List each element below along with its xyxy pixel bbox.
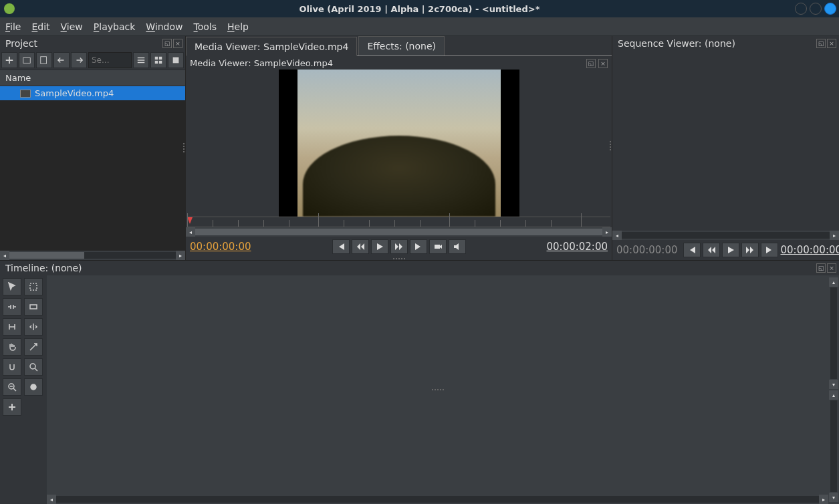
svg-rect-4 xyxy=(155,61,158,64)
playhead-icon[interactable] xyxy=(187,217,193,224)
search-input[interactable] xyxy=(88,52,132,68)
zoom-tool[interactable] xyxy=(24,358,43,376)
scroll-up-icon[interactable]: ▴ xyxy=(829,390,838,400)
svg-rect-6 xyxy=(173,57,179,64)
viewer-hscroll[interactable]: ◂ ▸ xyxy=(186,227,612,237)
scroll-right-icon[interactable]: ▸ xyxy=(830,231,839,240)
go-start-button[interactable] xyxy=(683,243,701,257)
menu-window[interactable]: Window xyxy=(146,21,183,32)
timecode-current[interactable]: 00:00:00:00 xyxy=(190,241,251,253)
timeline-vscroll-upper[interactable]: ▴ ▾ ▴ ▾ xyxy=(828,275,839,504)
project-title: Project xyxy=(5,38,37,49)
scroll-right-icon[interactable]: ▸ xyxy=(819,495,828,504)
svg-rect-1 xyxy=(41,57,47,64)
timecode-duration: 00:00:02:00 xyxy=(546,241,608,253)
tab-effects[interactable]: Effects: (none) xyxy=(358,36,445,55)
slide-tool[interactable] xyxy=(24,318,43,336)
new-item-button[interactable] xyxy=(1,52,17,68)
rewind-button[interactable] xyxy=(352,239,369,254)
menubar: File Edit View Playback Window Tools Hel… xyxy=(0,17,839,36)
scroll-left-icon[interactable]: ◂ xyxy=(47,495,56,504)
rolling-tool[interactable] xyxy=(24,298,43,316)
icon-view-button[interactable] xyxy=(168,52,184,68)
hand-tool[interactable] xyxy=(3,338,21,356)
timeline-tracks[interactable]: ◂ ▸ xyxy=(47,275,828,504)
scroll-left-icon[interactable]: ◂ xyxy=(186,227,195,237)
sequence-transport: 00:00:00:00 00:00:00:00 xyxy=(612,240,839,260)
scroll-left-icon[interactable]: ◂ xyxy=(0,251,9,260)
close-panel-icon[interactable]: ⨯ xyxy=(827,39,836,48)
new-folder-button[interactable] xyxy=(19,52,35,68)
svg-point-12 xyxy=(31,384,36,390)
fast-forward-button[interactable] xyxy=(741,243,759,257)
timecode-duration: 00:00:00:00 xyxy=(781,244,839,256)
undock-icon[interactable]: ◱ xyxy=(816,263,826,273)
timeline-hscroll[interactable]: ◂ ▸ xyxy=(47,495,828,504)
close-button[interactable] xyxy=(824,3,836,15)
new-sequence-button[interactable] xyxy=(36,52,52,68)
svg-rect-8 xyxy=(30,283,37,290)
scroll-up-icon[interactable]: ▴ xyxy=(829,277,838,287)
menu-file[interactable]: File xyxy=(5,21,21,32)
close-panel-icon[interactable]: ⨯ xyxy=(173,39,183,48)
project-hscroll[interactable]: ◂ ▸ xyxy=(0,251,185,260)
zoom-out-tool[interactable] xyxy=(3,378,21,396)
menu-edit[interactable]: Edit xyxy=(31,21,49,32)
maximize-button[interactable] xyxy=(810,3,822,15)
undock-icon[interactable]: ◱ xyxy=(816,39,826,48)
undock-icon[interactable]: ◱ xyxy=(586,59,596,68)
column-name[interactable]: Name xyxy=(0,70,185,86)
go-start-button[interactable] xyxy=(332,239,350,254)
scroll-down-icon[interactable]: ▾ xyxy=(829,380,838,389)
video-preview[interactable] xyxy=(279,70,519,217)
fast-forward-button[interactable] xyxy=(390,239,408,254)
play-button[interactable] xyxy=(722,243,739,257)
go-end-button[interactable] xyxy=(410,239,427,254)
ripple-tool[interactable] xyxy=(3,298,21,316)
scroll-left-icon[interactable]: ◂ xyxy=(612,231,622,240)
svg-rect-7 xyxy=(435,245,440,249)
record-tool[interactable] xyxy=(24,378,43,396)
scroll-down-icon[interactable]: ▾ xyxy=(829,493,838,502)
svg-rect-5 xyxy=(159,61,162,64)
timecode-current[interactable]: 00:00:00:00 xyxy=(616,244,678,256)
viewer-ruler[interactable] xyxy=(187,217,610,227)
list-view-button[interactable] xyxy=(133,52,149,68)
file-list[interactable]: SampleVideo.mp4 xyxy=(0,86,185,251)
pointer-tool[interactable] xyxy=(3,278,21,295)
grid-view-button[interactable] xyxy=(150,52,166,68)
rewind-button[interactable] xyxy=(703,243,720,257)
undock-icon[interactable]: ◱ xyxy=(162,39,172,48)
titlebar: Olive (April 2019 | Alpha | 2c700ca) - <… xyxy=(0,0,839,17)
mute-button[interactable] xyxy=(449,239,466,254)
close-panel-icon[interactable]: ⨯ xyxy=(598,59,608,68)
list-item[interactable]: SampleVideo.mp4 xyxy=(0,86,185,100)
svg-point-10 xyxy=(30,364,35,369)
file-name: SampleVideo.mp4 xyxy=(35,88,114,98)
slip-tool[interactable] xyxy=(3,318,21,336)
menu-view[interactable]: View xyxy=(61,21,83,32)
add-tool[interactable] xyxy=(3,398,21,416)
sequence-hscroll[interactable]: ◂ ▸ xyxy=(612,231,839,240)
go-end-button[interactable] xyxy=(761,243,778,257)
svg-rect-0 xyxy=(23,58,31,64)
splitter-horizontal[interactable] xyxy=(432,388,444,392)
viewer-area[interactable] xyxy=(186,70,612,217)
close-panel-icon[interactable]: ⨯ xyxy=(827,263,836,273)
tab-media-viewer[interactable]: Media Viewer: SampleVideo.mp4 xyxy=(186,37,357,56)
scroll-right-icon[interactable]: ▸ xyxy=(602,227,612,237)
minimize-button[interactable] xyxy=(795,3,807,15)
menu-tools[interactable]: Tools xyxy=(194,21,217,32)
menu-help[interactable]: Help xyxy=(227,21,249,32)
play-button[interactable] xyxy=(371,239,388,254)
scroll-right-icon[interactable]: ▸ xyxy=(176,251,185,260)
record-button[interactable] xyxy=(429,239,447,254)
undo-button[interactable] xyxy=(53,52,70,68)
marquee-tool[interactable] xyxy=(24,278,43,295)
sequence-preview[interactable] xyxy=(612,51,839,231)
svg-rect-3 xyxy=(159,57,162,59)
razor-tool[interactable] xyxy=(24,338,43,356)
menu-playback[interactable]: Playback xyxy=(94,21,135,32)
snap-tool[interactable] xyxy=(3,358,21,376)
redo-button[interactable] xyxy=(71,52,87,68)
